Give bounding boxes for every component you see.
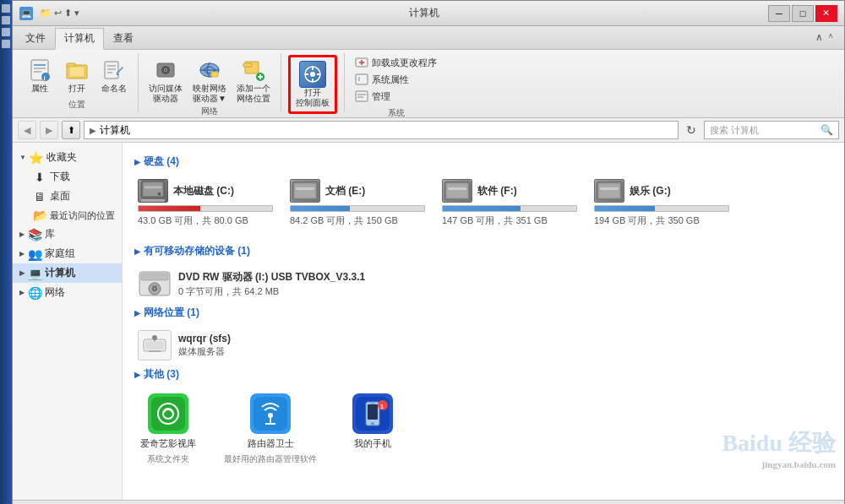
address-bar: ◀ ▶ ⬆ ▶ 计算机 ↻ 搜索 计算机 🔍 bbox=[13, 118, 844, 143]
title-bar-left: 💻 📁 ↩ ⬆ ▾ bbox=[19, 7, 79, 20]
library-triangle: ▶ bbox=[19, 230, 25, 238]
sidebar-item-library[interactable]: ▶ 📚 库 bbox=[13, 225, 122, 244]
access-media-button[interactable]: 访问媒体驱动器 bbox=[145, 55, 186, 106]
open-button[interactable]: 打开 bbox=[60, 55, 94, 95]
minimize-button[interactable]: ─ bbox=[768, 5, 790, 22]
map-drive-label: 映射网络驱动器▼ bbox=[193, 84, 226, 104]
iqiyi-name: 爱奇艺影视库 bbox=[140, 437, 196, 450]
search-box[interactable]: 搜索 计算机 🔍 bbox=[704, 121, 839, 139]
myphone-item[interactable]: 1 我的手机 bbox=[339, 388, 406, 470]
svg-point-55 bbox=[154, 288, 156, 290]
svg-rect-20 bbox=[211, 72, 218, 77]
disk-e-info: 84.2 GB 可用，共 150 GB bbox=[290, 214, 425, 227]
computer-triangle: ▶ bbox=[19, 269, 25, 277]
map-drive-button[interactable]: 映射网络驱动器▼ bbox=[189, 55, 230, 106]
system-props-button[interactable]: i 系统属性 bbox=[352, 72, 440, 87]
disk-c-bar-container bbox=[138, 205, 273, 212]
downloads-icon: ⬇ bbox=[33, 171, 46, 184]
rename-button[interactable]: 命名名 bbox=[97, 55, 131, 95]
disk-g-header: 娱乐 (G:) bbox=[594, 179, 729, 203]
svg-rect-46 bbox=[446, 183, 468, 198]
network-location-detail: 媒体服务器 bbox=[178, 345, 231, 358]
uninstall-icon bbox=[355, 56, 368, 69]
router-name: 路由器卫士 bbox=[248, 437, 294, 450]
network-location-item[interactable]: wqrqr (sfs) 媒体服务器 bbox=[134, 327, 832, 364]
router-item[interactable]: 路由器卫士 最好用的路由器管理软件 bbox=[219, 388, 322, 470]
forward-button[interactable]: ▶ bbox=[40, 121, 58, 139]
hard-disks-title: 硬盘 (4) bbox=[144, 154, 179, 169]
disk-g[interactable]: 娱乐 (G:) 194 GB 可用，共 350 GB bbox=[591, 176, 733, 230]
disk-g-info: 194 GB 可用，共 350 GB bbox=[594, 214, 729, 227]
back-button[interactable]: ◀ bbox=[18, 121, 36, 139]
other-title: 其他 (3) bbox=[144, 367, 179, 382]
disk-c[interactable]: 本地磁盘 (C:) 43.0 GB 可用，共 80.0 GB bbox=[134, 176, 276, 230]
properties-icon: i bbox=[26, 57, 53, 84]
ribbon-collapse[interactable]: ∧ ＾ bbox=[810, 28, 841, 49]
svg-rect-73 bbox=[370, 404, 375, 404]
add-location-button[interactable]: 添加一个网络位置 bbox=[233, 55, 274, 106]
disk-f-icon bbox=[442, 179, 472, 203]
svg-rect-44 bbox=[296, 187, 314, 190]
disk-f[interactable]: 软件 (F:) 147 GB 可用，共 351 GB bbox=[439, 176, 581, 230]
sidebar-item-homegroup[interactable]: ▶ 👥 家庭组 bbox=[13, 244, 122, 263]
svg-rect-52 bbox=[141, 274, 168, 280]
taskbar-icon bbox=[2, 16, 10, 24]
network-location-icon bbox=[138, 330, 172, 360]
tab-file[interactable]: 文件 bbox=[16, 28, 55, 49]
favorites-label: 收藏夹 bbox=[46, 150, 77, 165]
up-button[interactable]: ⬆ bbox=[62, 121, 80, 139]
disk-c-icon bbox=[138, 179, 168, 203]
sidebar-item-recent[interactable]: 📂 最近访问的位置 bbox=[13, 206, 122, 225]
disk-e[interactable]: 文档 (E:) 84.2 GB 可用，共 150 GB bbox=[286, 176, 428, 230]
maximize-button[interactable]: □ bbox=[792, 5, 814, 22]
iqiyi-sub: 系统文件夹 bbox=[147, 453, 189, 465]
svg-text:i: i bbox=[44, 74, 46, 82]
ribbon-location-items: i 属性 打开 bbox=[23, 55, 131, 95]
sidebar-item-network[interactable]: ▶ 🌐 网络 bbox=[13, 283, 122, 302]
dvd-drive-item[interactable]: DVD RW 驱动器 (I:) USB TVBOX_V3.3.1 0 字节可用，… bbox=[134, 265, 832, 302]
svg-rect-7 bbox=[67, 63, 75, 67]
disk-g-bar-container bbox=[594, 205, 729, 212]
sidebar-item-desktop[interactable]: 🖥 桌面 bbox=[13, 187, 122, 206]
uninstall-button[interactable]: 卸载或更改程序 bbox=[352, 55, 440, 70]
close-button[interactable]: ✕ bbox=[815, 5, 837, 22]
open-cp-icon bbox=[299, 61, 326, 88]
open-cp-button[interactable]: 打开控制面板 bbox=[292, 59, 333, 110]
system-props-label: 系统属性 bbox=[372, 73, 409, 86]
disk-f-info: 147 GB 可用，共 351 GB bbox=[442, 214, 577, 227]
refresh-button[interactable]: ↻ bbox=[682, 121, 701, 139]
sidebar-item-computer[interactable]: ▶ 💻 计算机 bbox=[13, 263, 122, 283]
tab-view[interactable]: 查看 bbox=[104, 28, 143, 49]
myphone-name: 我的手机 bbox=[354, 437, 391, 450]
svg-rect-22 bbox=[243, 63, 252, 67]
svg-rect-47 bbox=[448, 187, 466, 190]
iqiyi-item[interactable]: 爱奇艺影视库 系统文件夹 bbox=[134, 388, 202, 470]
favorites-icon: ⭐ bbox=[30, 151, 43, 165]
disk-e-bar-container bbox=[290, 205, 425, 212]
path-segment: 计算机 bbox=[100, 123, 130, 138]
tab-computer[interactable]: 计算机 bbox=[55, 28, 104, 50]
location-group-label: 位置 bbox=[68, 99, 85, 111]
address-path[interactable]: ▶ 计算机 bbox=[84, 121, 679, 139]
disk-c-info: 43.0 GB 可用，共 80.0 GB bbox=[138, 214, 273, 227]
window: 💻 📁 ↩ ⬆ ▾ 计算机 ─ □ ✕ 文件 计算机 查看 ∧ ＾ bbox=[12, 0, 845, 504]
sidebar-item-favorites[interactable]: ▼ ⭐ 收藏夹 bbox=[13, 148, 122, 167]
open-icon bbox=[63, 57, 90, 84]
router-icon bbox=[250, 393, 291, 434]
taskbar-edge bbox=[0, 0, 12, 504]
disk-f-header: 软件 (F:) bbox=[442, 179, 577, 203]
uninstall-label: 卸载或更改程序 bbox=[372, 57, 437, 69]
disk-f-bar bbox=[443, 206, 521, 211]
main-area: ▼ ⭐ 收藏夹 ⬇ 下载 🖥 桌面 📂 最近访问的位置 ▶ 📚 库 bbox=[13, 143, 844, 500]
library-label: 库 bbox=[45, 227, 55, 241]
manage-button[interactable]: 管理 bbox=[352, 89, 440, 104]
title-bar: 💻 📁 ↩ ⬆ ▾ 计算机 ─ □ ✕ bbox=[13, 1, 844, 26]
svg-rect-8 bbox=[69, 67, 84, 77]
taskbar-icon bbox=[2, 28, 10, 36]
disk-f-name: 软件 (F:) bbox=[477, 184, 517, 198]
sidebar-item-downloads[interactable]: ⬇ 下载 bbox=[13, 167, 122, 187]
properties-button[interactable]: i 属性 bbox=[23, 55, 57, 95]
dvd-icon bbox=[138, 268, 172, 299]
svg-rect-71 bbox=[368, 404, 378, 420]
title-bar-qa: 📁 ↩ ⬆ ▾ bbox=[40, 8, 79, 19]
